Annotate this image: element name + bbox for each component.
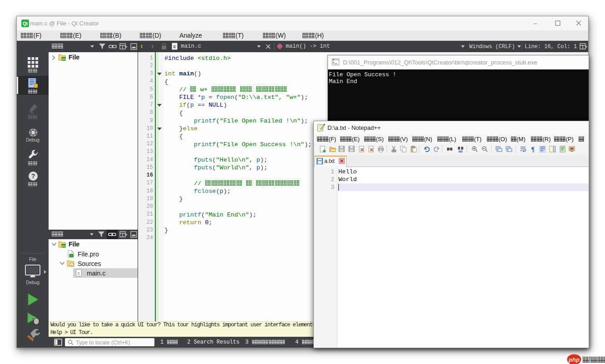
svg-text:pro: pro xyxy=(62,58,65,60)
svg-text:c: c xyxy=(71,264,73,267)
svg-text:pro: pro xyxy=(62,245,65,247)
svg-text:c: c xyxy=(78,271,80,276)
svg-text:?: ? xyxy=(31,172,35,180)
svg-text:Qt: Qt xyxy=(23,21,28,26)
svg-text:¶: ¶ xyxy=(531,146,535,153)
svg-text:ab: ab xyxy=(458,149,462,153)
svg-text:c: c xyxy=(173,44,176,49)
svg-text:php: php xyxy=(568,356,580,363)
